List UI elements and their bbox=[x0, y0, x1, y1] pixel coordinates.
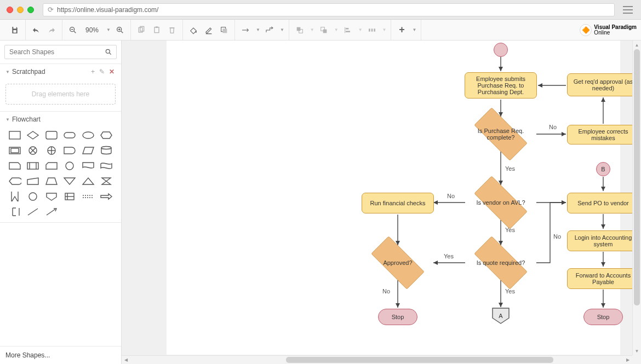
shape-hourglass[interactable] bbox=[100, 176, 113, 186]
shape-note[interactable] bbox=[8, 161, 21, 171]
run-fin-node[interactable]: Run financial checks bbox=[362, 193, 434, 213]
vertical-scrollbar[interactable]: ▲ ▼ bbox=[632, 41, 641, 355]
shape-trapezoid[interactable] bbox=[45, 176, 58, 186]
shape-triangle-up[interactable] bbox=[82, 176, 95, 186]
scroll-right-icon: ▶ bbox=[623, 356, 632, 364]
shape-parallelogram[interactable] bbox=[82, 146, 95, 155]
shape-terminator[interactable] bbox=[63, 130, 76, 140]
shape-arrow-line[interactable] bbox=[45, 207, 58, 217]
maximize-window-button[interactable] bbox=[27, 7, 34, 13]
svg-line-55 bbox=[47, 209, 55, 215]
shape-shield[interactable] bbox=[45, 192, 58, 201]
scratchpad-add-icon[interactable]: + bbox=[90, 68, 96, 76]
svg-rect-25 bbox=[346, 31, 350, 32]
connector-style-icon[interactable] bbox=[239, 24, 251, 36]
scratchpad-dropzone[interactable]: Drag elements here bbox=[5, 84, 116, 105]
svg-rect-24 bbox=[346, 28, 348, 30]
canvas[interactable]: Employee submits Purchase Req. to Purcha… bbox=[122, 41, 641, 364]
shape-display[interactable] bbox=[8, 176, 21, 186]
fill-color-icon[interactable] bbox=[187, 24, 199, 36]
stop1-node[interactable]: Stop bbox=[378, 309, 417, 325]
shape-circle-plus[interactable] bbox=[45, 146, 58, 155]
scratchpad-edit-icon[interactable]: ✎ bbox=[98, 68, 106, 76]
search-icon[interactable] bbox=[105, 48, 112, 56]
align-icon[interactable] bbox=[342, 24, 354, 36]
search-shapes-input[interactable] bbox=[4, 45, 117, 59]
reload-icon[interactable]: ⟳ bbox=[48, 5, 54, 14]
minimize-window-button[interactable] bbox=[17, 7, 24, 13]
scratchpad-header[interactable]: ▼ Scratchpad + ✎ ✕ bbox=[0, 64, 121, 79]
get-approval-node[interactable]: Get req'd approval (as needed) bbox=[567, 73, 639, 96]
shape-arrow[interactable] bbox=[100, 192, 113, 201]
shape-triangle-down[interactable] bbox=[63, 176, 76, 186]
send-po-node[interactable]: Send PO to vendor bbox=[567, 193, 639, 213]
edge-quote-no: No bbox=[553, 233, 561, 240]
is-avl-node[interactable]: Is vendor on AVL? bbox=[465, 185, 536, 220]
connector-a-node[interactable]: A bbox=[492, 308, 510, 324]
shape-manual-input[interactable] bbox=[26, 176, 39, 186]
copy-icon[interactable] bbox=[135, 24, 147, 36]
shape-cylinder[interactable] bbox=[100, 146, 113, 155]
undo-icon[interactable] bbox=[30, 24, 42, 36]
shape-document[interactable] bbox=[82, 161, 95, 171]
forward-ap-node[interactable]: Forward to Accounts Payable bbox=[567, 268, 639, 289]
shape-bracket[interactable] bbox=[8, 207, 21, 217]
scratchpad-close-icon[interactable]: ✕ bbox=[108, 68, 116, 76]
shape-connector[interactable] bbox=[26, 192, 39, 201]
address-bar[interactable]: ⟳ https://online.visual-paradigm.com/ bbox=[43, 3, 615, 16]
shape-diamond[interactable] bbox=[26, 130, 39, 140]
zoom-in-icon[interactable] bbox=[114, 24, 126, 36]
edge-approved-yes: Yes bbox=[444, 253, 454, 259]
distribute-icon[interactable] bbox=[366, 24, 378, 36]
add-shape-icon[interactable]: + bbox=[396, 24, 408, 36]
submit-node[interactable]: Employee submits Purchase Req. to Purcha… bbox=[465, 72, 537, 99]
redo-icon[interactable] bbox=[45, 24, 58, 36]
shape-offpage[interactable] bbox=[8, 192, 21, 201]
shape-circle-x[interactable] bbox=[26, 146, 39, 155]
login-acct-node[interactable]: Login into Accounting system bbox=[567, 230, 639, 251]
shape-direct-data[interactable] bbox=[82, 192, 95, 201]
zoom-out-icon[interactable] bbox=[67, 24, 79, 36]
shape-card[interactable] bbox=[45, 161, 58, 171]
edge-quote-yes: Yes bbox=[505, 288, 515, 294]
save-icon[interactable] bbox=[9, 24, 21, 36]
corrects-node[interactable]: Employee corrects mistakes bbox=[567, 125, 639, 145]
hscroll-thumb[interactable] bbox=[286, 357, 553, 363]
shape-ellipse[interactable] bbox=[82, 130, 95, 140]
hamburger-menu-button[interactable] bbox=[621, 4, 634, 16]
delete-icon[interactable] bbox=[166, 24, 178, 36]
shape-delay[interactable] bbox=[63, 146, 76, 155]
zoom-dropdown-caret-icon[interactable]: ▼ bbox=[106, 27, 111, 32]
flowchart-palette-header[interactable]: ▼ Flowchart bbox=[0, 112, 121, 127]
close-window-button[interactable] bbox=[7, 7, 13, 13]
waypoint-style-icon[interactable] bbox=[264, 24, 276, 36]
drawing-paper[interactable]: Employee submits Purchase Req. to Purcha… bbox=[167, 41, 620, 355]
brand-logo[interactable]: 🔶 Visual Paradigm Online bbox=[580, 24, 637, 36]
svg-rect-33 bbox=[64, 132, 75, 138]
svg-rect-0 bbox=[13, 27, 16, 28]
more-shapes-button[interactable]: More Shapes... bbox=[0, 346, 121, 364]
shape-line[interactable] bbox=[26, 207, 39, 217]
shape-stored-data[interactable] bbox=[63, 192, 76, 201]
zoom-level[interactable]: 90% bbox=[82, 26, 102, 34]
shape-double-rect[interactable] bbox=[8, 146, 21, 155]
shape-tape[interactable] bbox=[100, 161, 113, 171]
shape-rounded-rect[interactable] bbox=[45, 130, 58, 140]
line-color-icon[interactable] bbox=[203, 24, 215, 36]
shape-hexagon[interactable] bbox=[100, 130, 113, 140]
paste-icon[interactable] bbox=[151, 24, 163, 36]
connector-b-node[interactable]: B bbox=[596, 162, 610, 176]
shape-predefined[interactable] bbox=[26, 161, 39, 171]
to-front-icon[interactable] bbox=[294, 24, 306, 36]
is-complete-node[interactable]: Is Purchase Req. complete? bbox=[465, 117, 536, 152]
horizontal-scrollbar[interactable]: ◀ ▶ bbox=[122, 355, 632, 364]
shadow-icon[interactable] bbox=[218, 24, 230, 36]
stop2-node[interactable]: Stop bbox=[583, 309, 623, 325]
vscroll-thumb[interactable] bbox=[634, 49, 640, 305]
to-back-icon[interactable] bbox=[318, 24, 330, 36]
shape-rectangle[interactable] bbox=[8, 130, 21, 140]
shape-circle[interactable] bbox=[63, 161, 76, 171]
start-node[interactable] bbox=[494, 43, 508, 57]
approved-node[interactable]: Approved? bbox=[362, 245, 433, 280]
is-quote-node[interactable]: Is quote required? bbox=[465, 245, 536, 280]
